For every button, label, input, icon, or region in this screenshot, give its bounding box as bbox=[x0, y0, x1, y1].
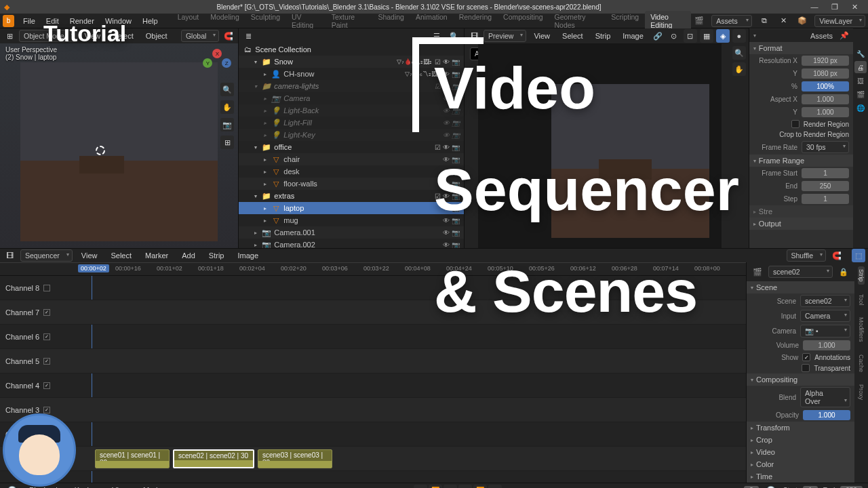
end-frame[interactable]: 250 bbox=[840, 486, 863, 489]
next-key-icon[interactable]: ⏩ bbox=[473, 485, 487, 488]
workspace-tab[interactable]: Layout bbox=[172, 11, 205, 31]
preview-range-icon[interactable]: 🕘 bbox=[764, 483, 778, 488]
tab-proxy[interactable]: Proxy bbox=[858, 382, 865, 403]
keying-menu[interactable]: Keying bbox=[70, 484, 102, 488]
sequence-strip[interactable]: scene01 | scene01 | 30 bbox=[95, 449, 170, 468]
assets-dropdown[interactable]: Assets bbox=[711, 15, 752, 27]
time-ruler[interactable]: 00:00+02 00:00+1600:01+0200:01+1800:02+0… bbox=[0, 262, 746, 276]
render-region-check[interactable] bbox=[791, 120, 800, 128]
outliner-row[interactable]: ▾📁office☑👁📷 bbox=[239, 141, 464, 153]
outliner-row[interactable]: ▸▽chair👁📷 bbox=[239, 153, 464, 165]
zoom-icon[interactable]: 🔍 bbox=[732, 46, 746, 60]
opacity-val[interactable]: 1.000 bbox=[803, 410, 850, 420]
menu-file[interactable]: File bbox=[18, 15, 40, 27]
channel-row[interactable]: Channel 7✓ bbox=[0, 300, 746, 325]
resolution-x[interactable]: 1920 px bbox=[802, 56, 849, 66]
strip-volume[interactable]: 1.000 bbox=[803, 340, 850, 350]
move-icon[interactable]: ✋ bbox=[220, 100, 234, 114]
outliner-row[interactable]: ▸📷Camera.002👁📷 bbox=[239, 239, 464, 248]
panel-crop[interactable]: Crop bbox=[747, 434, 854, 446]
lock-icon[interactable]: 🔒 bbox=[837, 265, 850, 279]
close-icon[interactable]: ✕ bbox=[846, 3, 864, 12]
frame-step[interactable]: 1 bbox=[802, 194, 849, 204]
seq-strip[interactable]: Strip bbox=[204, 249, 229, 262]
prev-key-icon[interactable]: ⏪ bbox=[429, 485, 442, 488]
outliner-row[interactable]: ▸▽laptop👁📷 bbox=[239, 202, 464, 214]
tab-strip[interactable]: Strip bbox=[858, 266, 865, 285]
tab-viewlayer-icon[interactable]: 🖼 bbox=[854, 75, 867, 87]
strip-camera[interactable]: 📷 ▪ bbox=[800, 325, 850, 338]
seq-select[interactable]: Select bbox=[106, 249, 136, 262]
resolution-pct[interactable]: 100% bbox=[802, 81, 849, 92]
play-icon[interactable]: ▶ bbox=[458, 485, 472, 488]
workspace-tab[interactable]: Texture Paint bbox=[326, 11, 372, 31]
current-frame[interactable]: 2 bbox=[744, 486, 759, 489]
channel-row[interactable]: Channel 6✓ bbox=[0, 325, 746, 349]
editor-type-icon[interactable]: 🕒 bbox=[5, 483, 19, 488]
tab-modifiers[interactable]: Modifiers bbox=[858, 314, 865, 345]
scene-icon[interactable]: 🎬 bbox=[692, 14, 706, 28]
aspect-x[interactable]: 1.000 bbox=[802, 94, 849, 104]
panel-framerange[interactable]: Frame Range bbox=[749, 155, 853, 167]
menu-object[interactable]: Object bbox=[141, 30, 172, 42]
panel-stretch[interactable]: Stre bbox=[749, 205, 853, 218]
copy-icon[interactable]: ⧉ bbox=[757, 14, 771, 28]
strip-input[interactable]: Camera bbox=[800, 310, 850, 322]
panel-scene[interactable]: Scene bbox=[747, 281, 854, 293]
jump-start-icon[interactable]: ⏮ bbox=[414, 485, 427, 488]
workspace-tab[interactable]: Shading bbox=[372, 11, 410, 31]
menu-help[interactable]: Help bbox=[138, 15, 163, 27]
start-frame[interactable]: 1 bbox=[803, 486, 818, 489]
camera-icon[interactable]: 📷 bbox=[220, 118, 234, 131]
blender-logo-icon[interactable]: b bbox=[3, 15, 14, 27]
outliner-row[interactable]: ▸📷Camera.001👁📷 bbox=[239, 226, 464, 239]
view-menu[interactable]: View bbox=[107, 484, 133, 488]
menu-window[interactable]: Window bbox=[100, 15, 136, 27]
workspace-tab[interactable]: UV Editing bbox=[286, 11, 326, 31]
menu-render[interactable]: Render bbox=[65, 15, 99, 27]
channel-row[interactable]: Channel 4✓ bbox=[0, 373, 746, 398]
nav-gizmo[interactable]: X Y Z bbox=[203, 49, 231, 77]
editor-type-icon[interactable]: ≣ bbox=[241, 29, 255, 43]
outliner-row[interactable]: ▸▽mug👁📷 bbox=[239, 214, 464, 226]
workspace-tab[interactable]: Animation bbox=[410, 11, 453, 31]
gizmo-icon[interactable]: ◈ bbox=[716, 29, 730, 43]
preview-view[interactable]: View bbox=[529, 30, 555, 42]
snap-icon[interactable]: 🧲 bbox=[830, 249, 844, 262]
sequencer-mode[interactable]: Sequencer bbox=[20, 249, 73, 262]
panel-time[interactable]: Time bbox=[747, 470, 854, 483]
channel-row[interactable]: Channel 8 bbox=[0, 276, 746, 300]
tab-cache[interactable]: Cache bbox=[858, 352, 865, 375]
maximize-icon[interactable]: ❐ bbox=[826, 3, 844, 12]
channel-row[interactable]: Channel 2 bbox=[0, 422, 746, 447]
panel-video[interactable]: Video bbox=[747, 446, 854, 458]
playhead-label[interactable]: 00:00+02 bbox=[78, 264, 109, 272]
panel-compositing[interactable]: Compositing bbox=[747, 373, 854, 386]
tab-world-icon[interactable]: 🌐 bbox=[854, 102, 867, 114]
zoom-icon[interactable]: 🔍 bbox=[220, 83, 234, 96]
menu-view[interactable]: View bbox=[80, 30, 106, 42]
preview-mode[interactable]: Preview bbox=[484, 30, 526, 42]
overlap-mode[interactable]: Shuffle bbox=[787, 249, 827, 262]
hand-icon[interactable]: ✋ bbox=[732, 62, 746, 76]
orientation-dropdown[interactable]: Global bbox=[181, 30, 219, 42]
workspace-tab[interactable]: Scripting bbox=[606, 11, 644, 31]
overlays-icon[interactable]: ⊡ bbox=[684, 29, 697, 43]
workspace-tab[interactable]: Rendering bbox=[454, 11, 497, 31]
menu-edit[interactable]: Edit bbox=[41, 15, 64, 27]
annotations-check[interactable] bbox=[802, 353, 810, 361]
workspace-tab[interactable]: Geometry Nodes bbox=[549, 11, 605, 31]
viewlayer-icon[interactable]: 📦 bbox=[795, 14, 809, 28]
channel-area[interactable]: Channel 8Channel 7✓Channel 6✓Channel 5✓C… bbox=[0, 276, 746, 483]
preview-image[interactable]: Image bbox=[618, 30, 648, 42]
play-rev-icon[interactable]: ◀ bbox=[443, 485, 457, 488]
viewport-3d[interactable]: ⊞ Object Mode View Select Object Global … bbox=[0, 28, 239, 248]
blend-mode[interactable]: Alpha Over bbox=[800, 387, 850, 407]
pivot-icon[interactable]: ⊙ bbox=[667, 29, 681, 43]
strip-scene[interactable]: scene02 bbox=[800, 295, 850, 307]
perspective-icon[interactable]: ⊞ bbox=[220, 136, 234, 149]
framerate-dropdown[interactable]: 30 fps bbox=[802, 141, 849, 153]
seq-marker[interactable]: Marker bbox=[140, 249, 173, 262]
panel-output[interactable]: Output bbox=[749, 218, 853, 230]
mode-dropdown[interactable]: Object Mode bbox=[19, 30, 77, 42]
